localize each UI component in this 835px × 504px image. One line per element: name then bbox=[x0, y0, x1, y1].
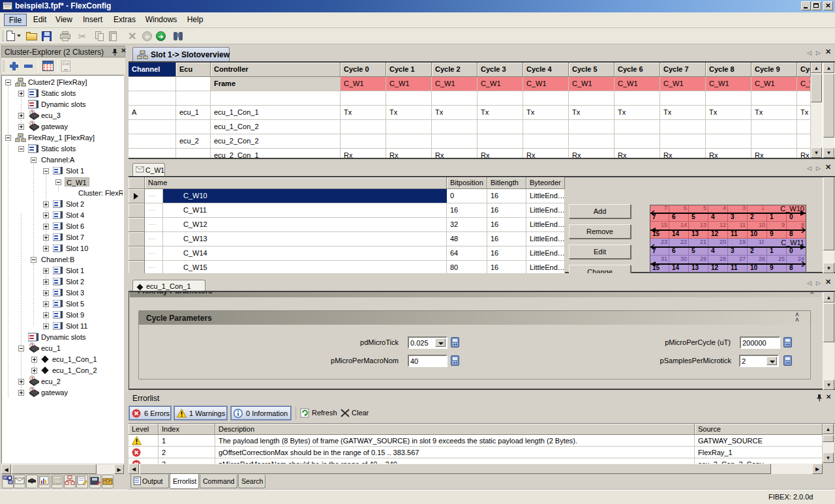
svg-text:0110: 0110 bbox=[53, 481, 61, 484]
